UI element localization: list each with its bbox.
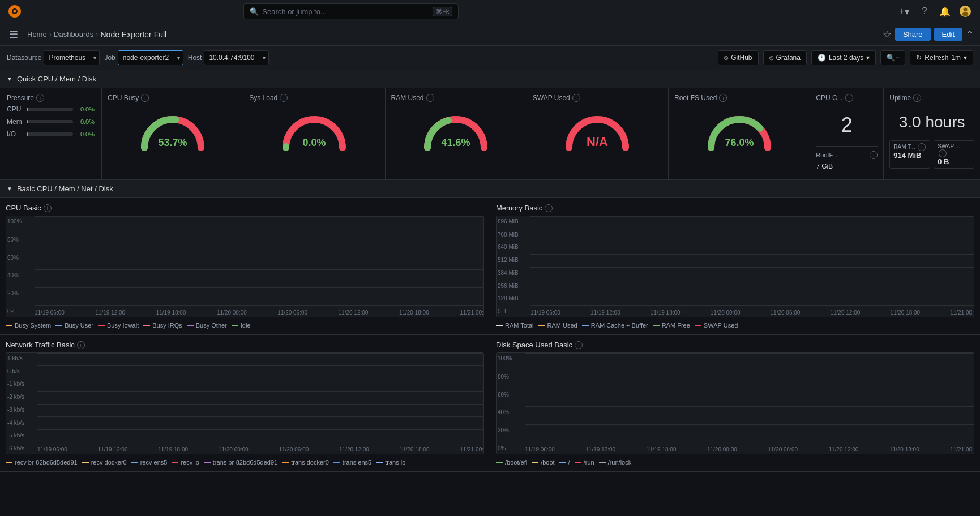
pressure-info-icon[interactable]: i	[36, 94, 44, 102]
ram-used-gauge: 41.6%	[419, 105, 493, 153]
pressure-mem-bar	[27, 120, 73, 123]
pressure-mem-label: Mem	[7, 118, 24, 126]
root-fs-panel: Root FS Used i 76.0%	[669, 88, 810, 179]
breadcrumb-sep2: ›	[96, 30, 98, 38]
basic-section-title: Basic CPU / Mem / Net / Disk	[17, 184, 113, 193]
share-button[interactable]: Share	[895, 28, 931, 41]
grafana-logo	[7, 3, 23, 19]
collapse-button[interactable]: ⌃	[966, 29, 973, 40]
bell-button[interactable]: 🔔	[937, 3, 953, 19]
root-fs-info-icon[interactable]: i	[719, 94, 727, 102]
ram-total-label: RAM T... i	[893, 143, 926, 151]
datasource-select[interactable]: Prometheus	[44, 50, 100, 65]
avatar-button[interactable]	[957, 3, 973, 19]
datasource-label: Datasource	[7, 54, 41, 62]
rootfs-info-icon[interactable]: i	[870, 151, 878, 159]
disk-space-panel: Disk Space Used Basic i 100%80%60%40%20%…	[490, 335, 980, 471]
cpu-basic-chart: 100%80%60%40%20%0% 11/19 06:0011/19 12:0…	[6, 216, 484, 317]
sys-load-info-icon[interactable]: i	[280, 94, 288, 102]
memory-basic-info-icon[interactable]: i	[545, 204, 553, 212]
cpu-basic-xaxis: 11/19 06:0011/19 12:0011/19 18:0011/20 0…	[35, 309, 483, 316]
legend-recv-lo: recv lo	[172, 459, 199, 466]
edit-button[interactable]: Edit	[934, 28, 962, 41]
legend-busy-system: Busy System	[6, 322, 51, 329]
ram-used-info-icon[interactable]: i	[426, 94, 434, 102]
legend-run: /run	[575, 459, 594, 466]
job-group: Job node-exporter2	[104, 50, 183, 65]
star-button[interactable]: ☆	[883, 28, 892, 41]
cpu-basic-grid	[35, 216, 483, 306]
uptime-title: Uptime i	[889, 94, 974, 102]
plus-button[interactable]: +▾	[896, 3, 912, 19]
pressure-io-value: 0.0%	[76, 131, 95, 137]
sys-load-gauge: 0.0%	[277, 105, 351, 153]
datasource-group: Datasource Prometheus	[7, 50, 100, 65]
memory-basic-grid	[530, 216, 974, 306]
zoom-out-button[interactable]: 🔍−	[880, 50, 905, 65]
time-range-button[interactable]: 🕐 Last 2 days ▾	[811, 50, 876, 65]
svg-text:41.6%: 41.6%	[442, 137, 470, 148]
breadcrumb-dashboards[interactable]: Dashboards	[54, 30, 93, 38]
host-group: Host 10.0.4.74:9100	[188, 50, 269, 65]
memory-basic-xaxis: 11/19 06:0011/19 12:0011/19 18:0011/20 0…	[530, 309, 974, 316]
disk-space-title: Disk Space Used Basic i	[496, 341, 974, 349]
ram-total-info-icon[interactable]: i	[918, 143, 926, 151]
basic-section-header[interactable]: ▼ Basic CPU / Mem / Net / Disk	[0, 180, 980, 198]
pressure-cpu-value: 0.0%	[76, 106, 95, 113]
job-select[interactable]: node-exporter2	[118, 50, 183, 65]
legend-idle: Idle	[232, 322, 251, 329]
swap-used-info-icon[interactable]: i	[572, 94, 580, 102]
svg-text:76.0%: 76.0%	[725, 137, 754, 148]
cpu-count-info-icon[interactable]: i	[845, 94, 853, 102]
memory-basic-legend: RAM Total RAM Used RAM Cache + Buffer RA…	[496, 322, 974, 329]
svg-text:N/A: N/A	[587, 135, 608, 149]
legend-ram-cache: RAM Cache + Buffer	[582, 322, 648, 329]
hamburger-menu[interactable]: ☰	[7, 26, 20, 43]
topbar-right: +▾ ? 🔔	[896, 3, 973, 19]
help-button[interactable]: ?	[917, 3, 932, 19]
disk-space-info-icon[interactable]: i	[575, 341, 583, 349]
github-button[interactable]: ⎋ GitHub	[718, 50, 758, 65]
search-shortcut: ⌘+k	[433, 7, 452, 16]
sys-load-title: Sys Load i	[249, 94, 288, 102]
gauge-row: Pressure i CPU 0.0% Mem 0.0% I/O 0.0%	[0, 88, 980, 180]
host-select-wrapper: 10.0.4.74:9100	[204, 50, 269, 65]
network-basic-legend: recv br-82bd6d5ded91 recv docker0 recv e…	[6, 459, 484, 466]
host-select[interactable]: 10.0.4.74:9100	[204, 50, 269, 65]
memory-basic-title: Memory Basic i	[496, 204, 974, 212]
cpu-basic-yaxis: 100%80%60%40%20%0%	[6, 216, 35, 317]
pressure-cpu-bar	[27, 108, 73, 111]
github-icon: ⎋	[724, 54, 728, 62]
legend-busy-irqs: Busy IRQs	[143, 322, 182, 329]
network-basic-info-icon[interactable]: i	[77, 341, 85, 349]
pressure-panel: Pressure i CPU 0.0% Mem 0.0% I/O 0.0%	[0, 88, 102, 179]
legend-busy-iowait: Busy Iowait	[98, 322, 139, 329]
legend-trans-br: trans br-82bd6d5ded91	[204, 459, 277, 466]
quick-section-header[interactable]: ▼ Quick CPU / Mem / Disk	[0, 70, 980, 88]
rootfs-value: 7 GiB	[816, 162, 833, 170]
disk-space-grid	[525, 353, 974, 442]
cpu-busy-info-icon[interactable]: i	[141, 94, 149, 102]
cpu-basic-title: CPU Basic i	[6, 204, 484, 212]
pressure-io-bar	[27, 132, 73, 136]
uptime-info-icon[interactable]: i	[913, 94, 921, 102]
ram-used-panel: RAM Used i 41.6%	[386, 88, 527, 179]
refresh-button[interactable]: ↻ Refresh 1m ▾	[910, 50, 973, 65]
uptime-panel: Uptime i 3.0 hours RAM T... i 914 MiB SW…	[884, 88, 980, 179]
root-fs-title: Root FS Used i	[674, 94, 727, 102]
refresh-icon: ↻	[916, 54, 922, 62]
search-bar[interactable]: 🔍 Search or jump to... ⌘+k	[243, 3, 459, 19]
network-basic-title: Network Traffic Basic i	[6, 341, 484, 349]
breadcrumb-home[interactable]: Home	[27, 30, 47, 38]
quick-section-title: Quick CPU / Mem / Disk	[17, 75, 96, 83]
pressure-title: Pressure i	[7, 94, 95, 102]
grafana-button[interactable]: ⎋ Grafana	[763, 50, 807, 65]
cpu-basic-info-icon[interactable]: i	[44, 204, 52, 212]
chevron-down-icon: ▾	[866, 54, 870, 62]
chart-row-2: Network Traffic Basic i 1 kb/s0 b/s-1 kb…	[0, 335, 980, 472]
zoom-out-icon: 🔍−	[887, 54, 899, 62]
breadcrumb-sep1: ›	[49, 30, 52, 38]
legend-run-lock: /run/lock	[599, 459, 632, 466]
pressure-io-row: I/O 0.0%	[7, 130, 95, 138]
swap-info-icon[interactable]: i	[939, 149, 947, 157]
